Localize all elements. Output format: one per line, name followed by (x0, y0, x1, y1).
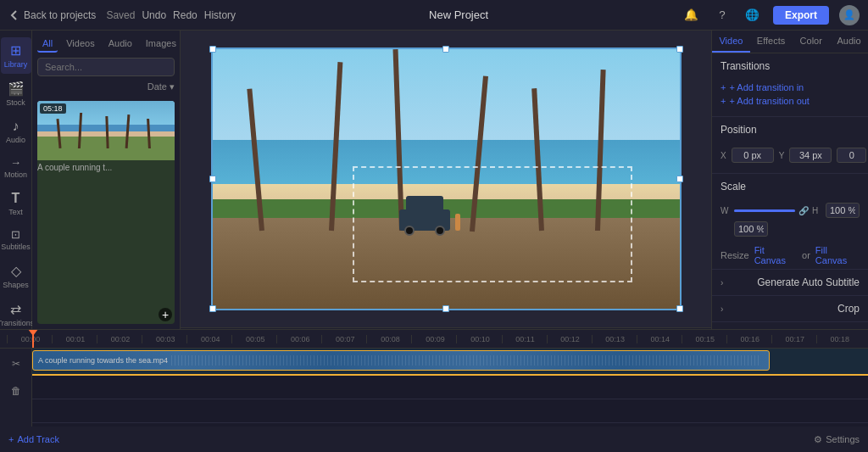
tab-all[interactable]: All (37, 36, 58, 53)
scale-header[interactable]: Scale (712, 174, 868, 199)
notifications-button[interactable]: 🔔 (682, 5, 702, 25)
add-media-button[interactable]: + (159, 308, 172, 321)
redo-button[interactable]: Redo (173, 9, 198, 21)
playhead[interactable] (32, 330, 34, 349)
settings-icon: ⚙ (814, 434, 822, 445)
scale-controls: W 🔗 H (712, 199, 868, 242)
canvas-container (181, 31, 711, 327)
car-top (406, 196, 443, 209)
delete-button[interactable]: 🗑 (4, 379, 28, 403)
user-avatar[interactable]: 👤 (839, 5, 860, 25)
sidebar-item-shapes-label: Shapes (3, 281, 29, 289)
sidebar-item-library[interactable]: ⊞ Library (1, 37, 31, 74)
timeline-bottom: + Add Track ⚙ Settings (0, 427, 868, 452)
top-right-actions: 🔔 ? 🌐 Export 👤 (682, 5, 860, 25)
animation-header[interactable]: › Animation (712, 322, 868, 329)
ruler-mark: 00:12 (547, 335, 592, 343)
y-label: Y (779, 151, 785, 160)
shapes-icon: ◇ (11, 263, 21, 279)
tab-audio[interactable]: Audio (830, 31, 868, 53)
add-track-button[interactable]: + Add Track (8, 434, 59, 444)
z-input[interactable] (837, 148, 866, 163)
sidebar-item-audio[interactable]: ♪ Audio (1, 114, 31, 149)
stock-icon: 🎬 (8, 81, 25, 97)
tab-audio[interactable]: Audio (103, 36, 137, 53)
sidebar-item-transitions[interactable]: ⇄ Transitions (1, 296, 31, 329)
undo-button[interactable]: Undo (142, 9, 166, 21)
crop-section: › Crop (712, 296, 868, 322)
share-button[interactable]: ? (712, 5, 732, 25)
ruler-mark: 00:18 (816, 335, 861, 343)
tab-effects[interactable]: Effects (750, 31, 792, 53)
ruler-mark: 00:13 (592, 335, 637, 343)
scale-w-bar[interactable] (734, 209, 795, 212)
animation-section: › Animation (712, 322, 868, 329)
timeline-tracks: A couple running towards the sea.mp4 (32, 349, 868, 427)
crop-title: Crop (837, 303, 860, 315)
sidebar-item-text[interactable]: T Text (1, 186, 31, 221)
sidebar-item-shapes[interactable]: ◇ Shapes (1, 258, 31, 294)
auto-subtitle-section: › Generate Auto Subtitle (712, 270, 868, 296)
globe-button[interactable]: 🌐 (743, 5, 763, 25)
x-input[interactable] (732, 148, 774, 163)
transitions-section: Transitions + + Add transition in + + Ad… (712, 53, 868, 117)
tab-videos[interactable]: Videos (61, 36, 99, 53)
chevron-auto-subtitle-icon: › (721, 278, 723, 287)
crop-header[interactable]: › Crop (712, 296, 868, 321)
media-filter: Date ▾ (32, 81, 180, 96)
clip-waveform (171, 355, 760, 366)
scale-h-input[interactable] (826, 203, 860, 218)
export-button[interactable]: Export (773, 6, 829, 25)
ruler-mark: 00:10 (456, 335, 501, 343)
tab-video[interactable]: Video (712, 31, 750, 53)
auto-subtitle-header[interactable]: › Generate Auto Subtitle (712, 270, 868, 295)
empty-track-2 (32, 399, 868, 423)
video-clip[interactable]: A couple running towards the sea.mp4 (32, 350, 770, 371)
wheel-left (404, 226, 415, 236)
auto-subtitle-title: Generate Auto Subtitle (757, 276, 860, 288)
search-input[interactable] (37, 58, 175, 76)
car (399, 209, 450, 231)
sidebar-item-stock[interactable]: 🎬 Stock (1, 75, 31, 112)
add-out-icon: + (721, 96, 726, 106)
timeline-area: 00:00 00:01 00:02 00:03 00:04 00:05 00:0… (0, 329, 868, 452)
settings-row[interactable]: ⚙ Settings (814, 434, 860, 445)
ruler-mark: 00:02 (97, 335, 142, 343)
canvas-frame[interactable] (211, 47, 682, 310)
date-filter-button[interactable]: Date ▾ (147, 81, 175, 92)
position-header[interactable]: Position (712, 117, 868, 142)
scale-section: Scale W 🔗 H Resize Fit Canvas (712, 174, 868, 270)
subtitles-icon: ⊡ (11, 228, 20, 241)
link-icon[interactable]: 🔗 (798, 206, 809, 215)
ruler-mark: 00:09 (411, 335, 456, 343)
history-button[interactable]: History (204, 9, 236, 21)
transitions-header[interactable]: Transitions (712, 53, 868, 79)
ruler-mark: 00:06 (276, 335, 321, 343)
video-scene (213, 49, 680, 309)
sidebar-item-motion[interactable]: → Motion (1, 151, 31, 184)
top-bar: Back to projects Saved Undo Redo History… (0, 0, 868, 31)
top-actions: Undo Redo History (142, 9, 236, 21)
fill-canvas-button[interactable]: Fill Canvas (815, 245, 860, 265)
fit-canvas-button[interactable]: Fit Canvas (754, 245, 797, 265)
empty-track-1 (32, 376, 868, 399)
back-to-projects-button[interactable]: Back to projects (8, 9, 96, 21)
scale-w-row: W 🔗 H (721, 203, 860, 218)
ruler-mark: 00:03 (142, 335, 186, 343)
tab-color[interactable]: Color (792, 31, 830, 53)
wheel-right (435, 226, 445, 236)
sidebar-item-subtitles[interactable]: ⊡ Subtitles (1, 223, 31, 256)
y-input[interactable] (789, 148, 832, 163)
resize-row: Resize Fit Canvas or Fill Canvas (712, 242, 868, 269)
timeline-tools: ✂ 🗑 (0, 349, 32, 427)
cut-button[interactable]: ✂ (4, 352, 28, 376)
scale-w-input[interactable] (734, 221, 768, 237)
chevron-crop-icon: › (721, 304, 723, 314)
playhead-triangle (28, 330, 38, 336)
position-x-row: X Y (721, 148, 860, 163)
add-transition-out-button[interactable]: + + Add transition out (721, 96, 860, 106)
add-transition-in-button[interactable]: + + Add transition in (721, 82, 860, 92)
main-area: ⊞ Library 🎬 Stock ♪ Audio → Motion T Tex… (0, 31, 868, 329)
ruler-mark: 00:07 (321, 335, 366, 343)
tab-images[interactable]: Images (141, 36, 181, 53)
